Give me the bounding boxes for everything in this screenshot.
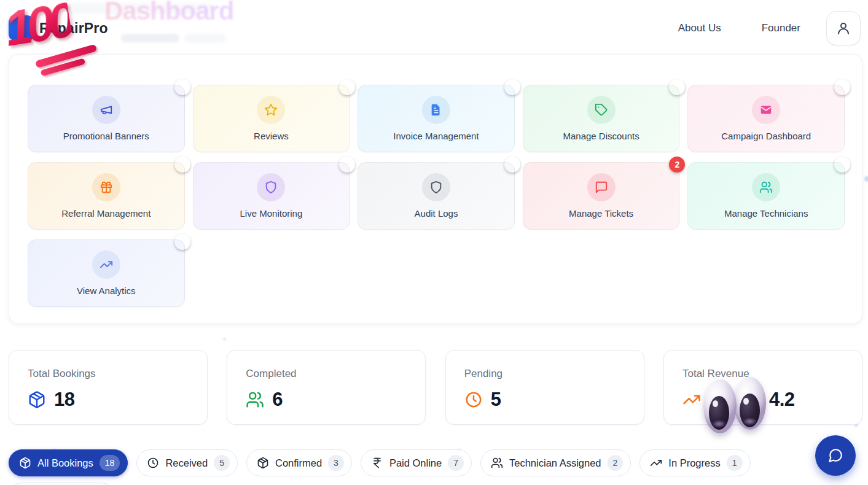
tile-promotional-banners[interactable]: Promotional Banners <box>28 85 185 152</box>
brand-logo[interactable] <box>9 15 34 41</box>
filter-label: Technician Assigned <box>509 457 601 469</box>
tile-view-analytics[interactable]: View Analytics <box>28 239 185 307</box>
brand-name: RepairPro <box>39 20 108 37</box>
dashboard-page: Dashboard RepairPro About UsFounder Prom… <box>0 0 868 485</box>
chat-fab-button[interactable] <box>815 435 856 476</box>
tile-label: Promotional Banners <box>63 131 149 141</box>
notification-badge <box>669 79 685 95</box>
chat-bubble-icon <box>827 448 843 464</box>
filter-chip-partial[interactable] <box>9 483 114 485</box>
tile-label: Manage Tickets <box>569 208 633 219</box>
trending-up-icon <box>100 258 113 271</box>
tile-live-monitoring[interactable]: Live Monitoring <box>193 162 350 230</box>
quick-actions-card: Promotional Banners Reviews Invoice Mana… <box>9 54 862 324</box>
filter-label: Received <box>165 457 208 469</box>
package-icon <box>257 457 269 469</box>
trending-up-icon <box>650 457 662 469</box>
filter-label: Confirmed <box>275 457 322 469</box>
package-icon <box>19 457 31 469</box>
gift-icon <box>100 180 113 194</box>
tile-invoice-management[interactable]: Invoice Management <box>358 85 515 152</box>
users-icon <box>246 390 264 409</box>
shield-icon <box>264 180 278 194</box>
tile-label: Reviews <box>254 131 289 141</box>
quick-actions-grid: Promotional Banners Reviews Invoice Mana… <box>28 85 845 307</box>
tile-campaign-dashboard[interactable]: Campaign Dashboard <box>687 85 845 152</box>
filter-chip-technician-assigned[interactable]: Technician Assigned 2 <box>480 449 631 476</box>
invoice-icon <box>429 103 443 117</box>
notification-badge <box>174 234 190 250</box>
tile-reviews[interactable]: Reviews <box>193 85 350 152</box>
megaphone-icon <box>100 103 113 117</box>
notification-badge: 2 <box>669 157 685 173</box>
filter-count-badge: 1 <box>727 455 743 471</box>
users-icon <box>491 457 503 469</box>
stat-value: 6 <box>272 389 283 411</box>
tile-manage-tickets[interactable]: 2 Manage Tickets <box>523 162 680 230</box>
notification-badge <box>339 79 355 95</box>
mail-icon <box>759 103 773 117</box>
filter-chip-all-bookings[interactable]: All Bookings 18 <box>9 449 128 476</box>
tile-label: Manage Discounts <box>563 131 639 141</box>
tile-audit-logs[interactable]: Audit Logs <box>358 162 515 230</box>
stat-value: 4.2 <box>769 389 795 411</box>
profile-button[interactable] <box>826 11 861 45</box>
filter-count-badge: 2 <box>608 455 624 471</box>
filter-chip-paid-online[interactable]: Paid Online 7 <box>361 449 472 476</box>
rupee-icon <box>371 457 383 469</box>
clock-icon <box>464 390 483 409</box>
trending-up-icon <box>682 390 701 409</box>
filter-label: All Bookings <box>37 457 93 469</box>
filter-count-badge: 7 <box>448 455 464 471</box>
notification-badge <box>834 157 850 173</box>
tile-manage-discounts[interactable]: Manage Discounts <box>523 85 680 152</box>
stat-card-total-bookings: Total Bookings 18 <box>9 350 208 425</box>
nav-link-about-us[interactable]: About Us <box>678 22 721 34</box>
nav-link-founder[interactable]: Founder <box>762 22 800 34</box>
filter-label: Paid Online <box>389 457 442 469</box>
tile-label: Referral Management <box>61 208 151 219</box>
navbar: RepairPro About UsFounder <box>0 0 868 56</box>
filter-count-badge: 3 <box>328 455 344 471</box>
tag-icon <box>595 103 608 117</box>
notification-badge <box>174 79 190 95</box>
stat-label: Completed <box>246 368 407 380</box>
filter-chip-received[interactable]: Received 5 <box>136 449 238 476</box>
tile-referral-management[interactable]: Referral Management <box>28 162 185 230</box>
stat-label: Total Revenue <box>682 368 843 380</box>
stat-label: Pending <box>464 368 625 380</box>
stat-label: Total Bookings <box>28 368 189 380</box>
tile-label: View Analytics <box>77 285 136 296</box>
package-icon <box>28 390 46 409</box>
notification-badge <box>834 79 850 95</box>
user-icon <box>836 21 851 36</box>
filter-count-badge: 5 <box>214 455 230 471</box>
notification-badge <box>504 157 520 173</box>
tile-manage-technicians[interactable]: Manage Technicians <box>687 162 845 230</box>
users-icon <box>759 180 773 194</box>
stat-value: 18 <box>54 389 74 411</box>
tile-label: Manage Technicians <box>724 208 808 219</box>
stats-row: Total Bookings 18 Completed 6 Pending 5 … <box>9 350 862 425</box>
star-icon <box>264 103 278 117</box>
tile-label: Invoice Management <box>393 131 479 141</box>
particle-dot <box>223 338 226 341</box>
stat-card-completed: Completed 6 <box>227 350 426 425</box>
notification-badge <box>339 157 355 173</box>
notification-badge <box>174 157 190 173</box>
filter-chip-in-progress[interactable]: In Progress 1 <box>639 449 750 476</box>
booking-filters: All Bookings 18 Received 5 Confirmed 3 P… <box>9 449 751 476</box>
shield-icon <box>429 180 443 194</box>
filter-label: In Progress <box>668 457 720 469</box>
filter-chip-confirmed[interactable]: Confirmed 3 <box>246 449 352 476</box>
notification-badge <box>504 79 520 95</box>
tile-label: Audit Logs <box>415 208 458 219</box>
tile-label: Campaign Dashboard <box>721 131 811 141</box>
tile-label: Live Monitoring <box>240 208 303 219</box>
stat-card-pending: Pending 5 <box>445 350 644 425</box>
particle-dot <box>864 176 868 182</box>
message-square-icon <box>595 180 608 194</box>
stat-card-total-revenue: Total Revenue 4.2 <box>663 350 862 425</box>
stat-value: 5 <box>491 389 501 411</box>
clock-icon <box>147 457 159 469</box>
